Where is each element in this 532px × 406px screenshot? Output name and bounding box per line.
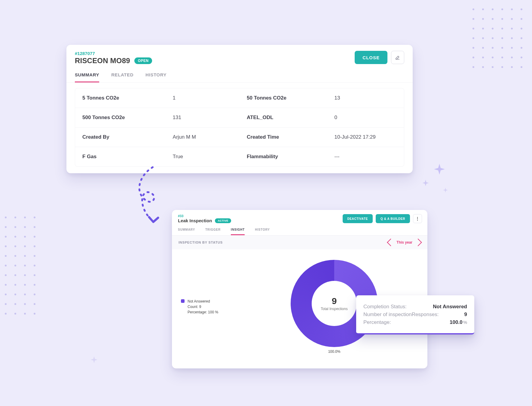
legend-series-name: Not Answered	[188, 299, 218, 304]
tab-summary[interactable]: SUMMARY	[178, 228, 195, 235]
donut-slice-label: 100.0%	[328, 349, 341, 354]
field-value: 131	[166, 108, 240, 127]
status-badge: ACTIVE	[215, 218, 231, 223]
sparkle-icon	[442, 187, 449, 194]
tooltip-value: Not Answered	[433, 304, 467, 310]
field-label: 50 Tonnes CO2e	[240, 88, 327, 108]
field-label: Flammability	[240, 147, 327, 166]
dot-grid-left	[5, 217, 35, 315]
inspection-insight-card: #33 Leak Inspection ACTIVE DEACTIVATE Q …	[172, 210, 427, 368]
edit-button[interactable]	[391, 51, 404, 64]
range-label[interactable]: This year	[396, 240, 412, 245]
field-value: 10-Jul-2022 17:29	[327, 128, 404, 147]
field-label: Created Time	[240, 128, 327, 147]
tab-history[interactable]: HISTORY	[145, 72, 167, 82]
table-row: Created By Arjun M M Created Time 10-Jul…	[75, 128, 404, 147]
field-value: True	[166, 147, 240, 166]
field-label: Created By	[75, 128, 166, 147]
tab-related[interactable]: RELATED	[111, 72, 133, 82]
record-title: Leak Inspection	[178, 218, 212, 223]
summary-table: 5 Tonnes CO2e 1 50 Tonnes CO2e 13 500 To…	[75, 88, 404, 167]
field-value: 0	[327, 108, 404, 127]
tooltip-key: Completion Status:	[363, 304, 407, 310]
field-value: ---	[327, 147, 404, 166]
table-row: 5 Tonnes CO2e 1 50 Tonnes CO2e 13	[75, 88, 404, 108]
record-summary-card: #1287077 RISCEON MO89 OPEN CLOSE SUMMARY…	[66, 45, 413, 173]
chart-tooltip: Completion Status: Not Answered Number o…	[356, 295, 474, 334]
tooltip-key: Number of inspectionResponses:	[363, 312, 439, 318]
sparkle-icon	[89, 355, 99, 366]
field-label: 5 Tonnes CO2e	[75, 88, 166, 108]
tab-summary[interactable]: SUMMARY	[75, 72, 99, 82]
donut-center-value: 9	[321, 296, 347, 306]
more-menu-button[interactable]: ⋮	[413, 214, 422, 223]
legend-swatch-icon	[181, 299, 185, 303]
field-label: ATEL_ODL	[240, 108, 327, 127]
table-row: 500 Tonnes CO2e 131 ATEL_ODL 0	[75, 108, 404, 128]
tab-history[interactable]: HISTORY	[255, 228, 270, 235]
edit-icon	[395, 55, 400, 60]
close-button[interactable]: CLOSE	[355, 51, 387, 64]
field-value: 13	[327, 88, 404, 108]
legend-count: Count: 9	[188, 304, 218, 309]
tab-insight[interactable]: INSIGHT	[231, 228, 245, 235]
status-badge: OPEN	[134, 57, 152, 64]
range-prev-button[interactable]	[387, 238, 395, 246]
date-range-picker: This year	[388, 240, 421, 245]
insight-tabs: SUMMARY TRIGGER INSIGHT HISTORY	[172, 223, 427, 235]
table-row: F Gas True Flammability ---	[75, 147, 404, 166]
kebab-icon: ⋮	[415, 217, 420, 221]
connector-arrow-icon	[132, 165, 168, 226]
record-title: RISCEON MO89	[75, 57, 130, 65]
sparkle-icon	[421, 179, 430, 189]
deactivate-button[interactable]: DEACTIVATE	[343, 214, 373, 223]
tooltip-value: 9	[464, 312, 467, 318]
qa-builder-button[interactable]: Q & A BUILDER	[376, 214, 410, 223]
field-label: 500 Tonnes CO2e	[75, 108, 166, 127]
chart-legend: Not Answered Count: 9 Percentage: 100 %	[181, 299, 250, 315]
field-label: F Gas	[75, 147, 166, 166]
donut-center-label: Total Inspections	[321, 307, 347, 311]
record-id: #33	[178, 214, 231, 218]
field-value: Arjun M M	[166, 128, 240, 147]
record-id: #1287077	[75, 51, 152, 56]
field-value: 1	[166, 88, 240, 108]
legend-percentage: Percentage: 100 %	[188, 309, 218, 315]
range-next-button[interactable]	[414, 238, 422, 246]
sparkle-icon	[431, 162, 448, 179]
tooltip-key: Percentage:	[363, 319, 391, 325]
section-title: INSPECTION BY STATUS	[179, 241, 223, 244]
dot-grid-top-right	[472, 8, 522, 68]
tooltip-value: 100.0%	[450, 319, 467, 325]
tab-trigger[interactable]: TRIGGER	[205, 228, 221, 235]
record-tabs: SUMMARY RELATED HISTORY	[66, 65, 413, 83]
